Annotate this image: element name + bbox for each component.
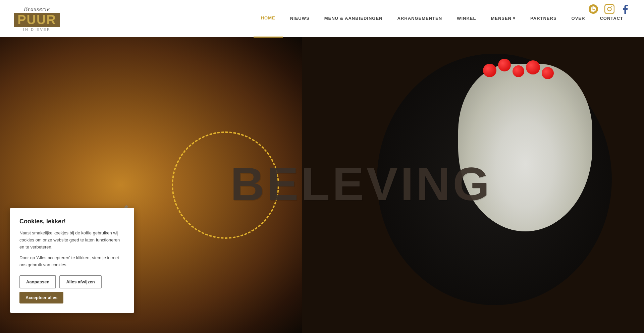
berries	[483, 57, 554, 79]
accepteer-button[interactable]: Accepteer alles	[19, 292, 63, 303]
main-nav: HOME NIEUWS MENU & AANBIEDINGEN ARRANGEM…	[254, 0, 631, 38]
aanpassen-button[interactable]: Aanpassen	[19, 275, 56, 288]
chevron-down-icon: ▾	[513, 0, 516, 37]
logo-main: PUUR	[14, 13, 60, 27]
svg-point-3	[611, 6, 612, 7]
afwijzen-button[interactable]: Alles afwijzen	[59, 275, 101, 288]
cookie-banner: Cookies, lekker! Naast smakelijke koekje…	[10, 208, 134, 313]
logo[interactable]: Brasserie PUUR IN DIEVER	[13, 6, 60, 32]
nav-mensen[interactable]: MENSEN ▾	[483, 0, 523, 37]
cookie-text-1: Naast smakelijke koekjes bij de koffie g…	[19, 230, 125, 251]
header: Brasserie PUUR IN DIEVER HOME NIEUWS MEN…	[0, 0, 644, 37]
social-icons	[588, 4, 631, 16]
instagram-icon[interactable]	[604, 4, 614, 16]
cookie-buttons: Aanpassen Alles afwijzen Accepteer alles	[19, 275, 125, 303]
nav-winkel[interactable]: WINKEL	[449, 0, 483, 37]
facebook-icon[interactable]	[621, 4, 631, 16]
logo-top: Brasserie	[24, 6, 50, 13]
whatsapp-icon[interactable]	[588, 4, 598, 16]
svg-rect-1	[605, 4, 614, 14]
logo-bottom: IN DIEVER	[23, 27, 51, 32]
nav-home[interactable]: HOME	[254, 0, 283, 38]
nav-arrangementen[interactable]: ARRANGEMENTEN	[390, 0, 449, 37]
nav-partners[interactable]: PARTNERS	[523, 0, 564, 37]
nav-nieuws[interactable]: NIEUWS	[283, 0, 317, 37]
svg-point-2	[608, 7, 611, 11]
cookie-title: Cookies, lekker!	[19, 218, 125, 225]
hero-heading: BELEVING	[230, 157, 492, 211]
cookie-text-2: Door op 'Alles accepteren' te klikken, s…	[19, 255, 125, 269]
nav-menu[interactable]: MENU & AANBIEDINGEN	[317, 0, 390, 37]
